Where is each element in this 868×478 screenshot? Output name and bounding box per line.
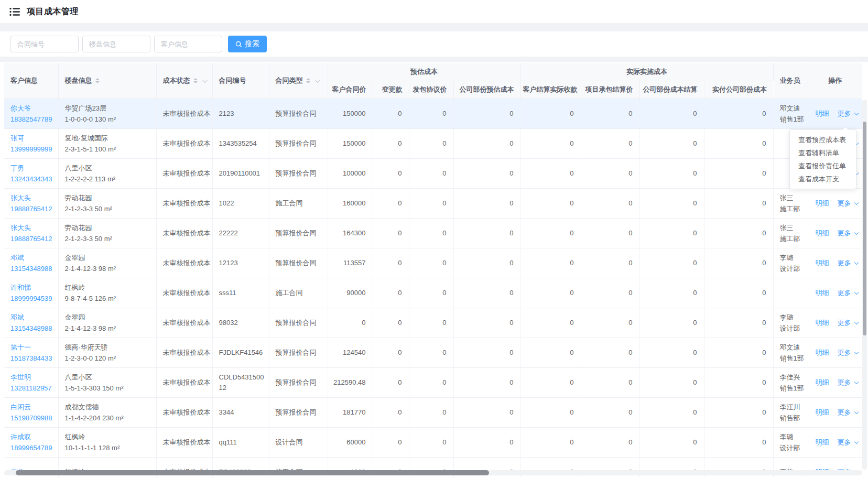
menu-item-view-quote-responsibility-sheet[interactable]: 查看报价责任单 [790, 159, 856, 172]
customer-phone-link[interactable]: 13154348988 [10, 323, 58, 334]
customer-name-link[interactable]: 许和悌 [10, 282, 58, 293]
customer-phone-link[interactable]: 15198709988 [10, 412, 58, 423]
cost-status: 未审核报价成本 [156, 248, 212, 278]
project-contract-settle: 0 [581, 188, 639, 218]
search-button[interactable]: 搜索 [228, 36, 267, 52]
customer-phone-link[interactable]: 13243434343 [10, 173, 58, 184]
more-link[interactable]: 更多 [838, 349, 857, 356]
property-name: 金翠园 [65, 312, 156, 323]
filter-chevron-icon[interactable] [202, 78, 207, 83]
col-customer-actual-received: 客户结算实际收款 [520, 81, 581, 99]
detail-link[interactable]: 明细 [816, 289, 829, 297]
detail-link[interactable]: 明细 [816, 349, 829, 356]
detail-link[interactable]: 明细 [816, 259, 829, 267]
detail-link[interactable]: 明细 [816, 438, 829, 446]
col-cost-status[interactable]: 成本状态 [156, 63, 212, 99]
more-link[interactable]: 更多 [838, 408, 857, 416]
detail-link[interactable]: 明细 [816, 229, 829, 237]
customer-phone-link[interactable]: 19888765412 [10, 203, 58, 214]
property-name: 德商·华府天骄 [65, 342, 156, 353]
property-unit: 1-2-3-0-0 120 m² [65, 353, 156, 364]
vertical-scrollbar-thumb[interactable] [863, 122, 866, 335]
table-row: 许和悌 18999994539 红枫岭 9-8-7-4-5 126 m² 未审核… [4, 278, 862, 308]
customer-phone-link[interactable]: 18999654789 [10, 442, 58, 453]
customer-name-link[interactable]: 张大头 [10, 222, 58, 233]
customer-phone-link[interactable]: 13281182957 [10, 383, 58, 394]
chevron-down-icon [854, 111, 858, 115]
detail-link[interactable]: 明细 [816, 408, 829, 416]
sort-icon[interactable] [193, 78, 198, 83]
customer-contract-price: 160000 [328, 188, 373, 218]
more-link[interactable]: 更多 [838, 259, 857, 267]
customer-phone-link[interactable]: 15187384433 [10, 353, 58, 364]
menu-item-view-precontrol-cost-sheet[interactable]: 查看预控成本表 [790, 133, 856, 146]
customer-phone-link[interactable]: 18382547789 [10, 114, 58, 125]
paid-company-cost: 0 [704, 278, 773, 308]
contract-no-input[interactable] [10, 36, 79, 52]
customer-name-link[interactable]: 第十一 [10, 342, 58, 353]
col-company-estimated-cost: 公司部份预估成本 [453, 81, 520, 99]
sort-icon[interactable] [95, 78, 100, 83]
salesperson-dept: 销售1部 [780, 114, 808, 125]
customer-phone-link[interactable]: 13154348988 [10, 263, 58, 274]
more-link[interactable]: 更多 [838, 319, 857, 327]
outsource-agreement-price: 0 [409, 218, 453, 248]
more-link[interactable]: 更多 [838, 110, 857, 117]
more-link[interactable]: 更多 [838, 438, 857, 446]
customer-name-link[interactable]: 你大爷 [10, 103, 58, 114]
more-link[interactable]: 更多 [838, 229, 857, 237]
detail-link[interactable]: 明细 [816, 319, 829, 327]
contract-no: CDLD543150012 [212, 367, 269, 397]
contract-type: 预算报价合同 [269, 99, 328, 128]
customer-name-link[interactable]: 邓斌 [10, 252, 58, 263]
menu-list-icon[interactable] [9, 7, 20, 16]
property-unit: 2-1-4-12-3 98 m² [65, 323, 156, 334]
customer-name-link[interactable]: 丁勇 [10, 162, 58, 173]
customer-contract-price: 124540 [328, 338, 373, 367]
project-contract-settle: 0 [581, 158, 639, 188]
customer-phone-link[interactable]: 19888765412 [10, 233, 58, 244]
table-row: 许成双 18999654789 红枫岭 10-1-1-1-1 128 m² 未审… [4, 427, 862, 457]
contract-no: 2123 [212, 99, 269, 128]
customer-name-link[interactable]: 李世明 [10, 372, 58, 383]
more-link[interactable]: 更多 [838, 378, 857, 386]
menu-item-view-auxiliary-material-list[interactable]: 查看辅料清单 [790, 146, 856, 159]
table-row: 张大头 19888765412 劳动花园 2-1-2-3-3 50 m² 未审核… [4, 218, 862, 248]
property-unit: 2-3-1-5-1 100 m² [65, 144, 156, 155]
horizontal-scrollbar-thumb[interactable] [16, 470, 489, 475]
customer-name-link[interactable]: 邓斌 [10, 312, 58, 323]
customer-contract-price: 60000 [328, 427, 373, 457]
sort-icon[interactable] [306, 78, 310, 83]
customer-actual-received: 0 [520, 218, 581, 248]
property-info-input[interactable] [82, 36, 150, 52]
more-link[interactable]: 更多 [838, 289, 857, 297]
customer-info-input[interactable] [154, 36, 222, 52]
paid-company-cost: 0 [704, 218, 773, 248]
page: 项目成本管理 搜索 客户信息 [0, 0, 868, 478]
table-row: 张大头 19888765412 劳动花园 2-1-2-3-3 50 m² 未审核… [4, 188, 862, 218]
customer-phone-link[interactable]: 18999994539 [10, 293, 58, 304]
detail-link[interactable]: 明细 [816, 110, 829, 117]
customer-name-link[interactable]: 张哥 [10, 133, 58, 144]
change-amount: 0 [373, 338, 409, 367]
customer-name-link[interactable]: 白闲云 [10, 401, 58, 412]
property-name: 红枫岭 [65, 282, 156, 293]
table-row: 你大爷 18382547789 华贸广场23层 1-0-0-0-0 130 m²… [4, 99, 862, 128]
customer-name-link[interactable]: 张大头 [10, 192, 58, 203]
filter-chevron-icon[interactable] [314, 78, 320, 83]
col-property-info[interactable]: 楼盘信息 [58, 63, 156, 99]
table-row: 邓斌 13154348988 金翠园 2-1-4-12-3 98 m² 未审核报… [4, 308, 862, 338]
col-contract-type[interactable]: 合同类型 [269, 63, 328, 99]
more-link[interactable]: 更多 [838, 199, 857, 207]
customer-phone-link[interactable]: 13999999999 [10, 144, 58, 155]
menu-item-view-cost-expense[interactable]: 查看成本开支 [790, 172, 856, 186]
detail-link[interactable]: 明细 [816, 199, 829, 207]
detail-link[interactable]: 明细 [816, 378, 829, 386]
customer-actual-received: 0 [520, 128, 581, 158]
salesperson-name: 李佳兴 [780, 372, 808, 383]
table-row: 李世明 13281182957 八里小区 1-5-1-3-303 150 m² … [4, 367, 862, 397]
customer-name-link[interactable]: 许成双 [10, 431, 58, 442]
outsource-agreement-price: 0 [409, 367, 453, 397]
outsource-agreement-price: 0 [409, 278, 453, 308]
company-cost-settle: 0 [639, 367, 704, 397]
